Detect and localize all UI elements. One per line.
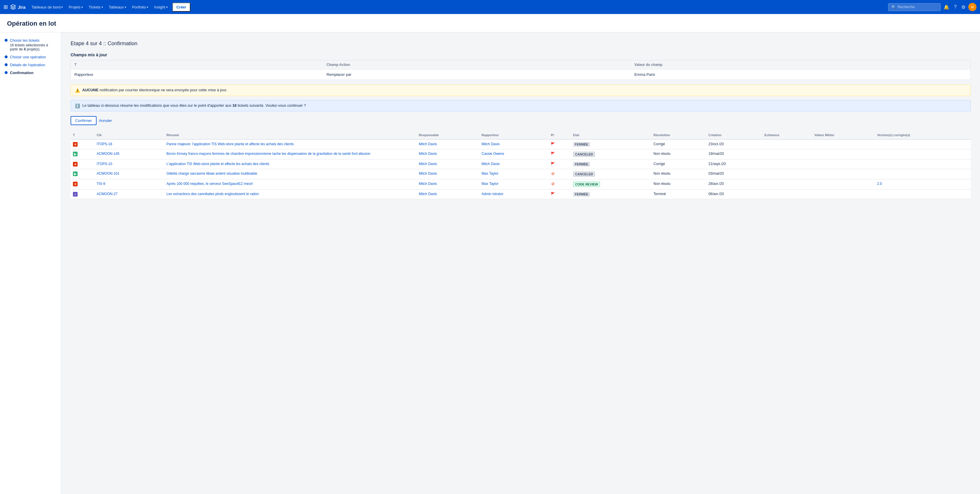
cell-echeance-0 xyxy=(762,140,812,149)
cell-key-0[interactable]: ITOPS-18 xyxy=(94,140,164,149)
cell-key-1[interactable]: ACMOON-145 xyxy=(94,149,164,159)
jira-logo[interactable]: Jira xyxy=(10,4,25,10)
cell-responsible-4: Mitch Davis xyxy=(417,179,479,189)
responsible-link-4[interactable]: Mitch Davis xyxy=(419,182,437,186)
cell-key-3[interactable]: ACMOON-101 xyxy=(94,169,164,179)
status-badge: FERMÉE xyxy=(573,192,590,197)
field-name-0: Rapporteur xyxy=(71,70,323,80)
responsible-link-1[interactable]: Mitch Davis xyxy=(419,152,437,156)
cell-version-3 xyxy=(875,169,970,179)
cell-reporter-3: Max Taylor xyxy=(479,169,549,179)
page-wrapper: Opération en lot Choisir les tickets 16 … xyxy=(0,14,980,494)
status-badge: CODE REVIEW xyxy=(573,182,600,187)
ticket-summary-link-1[interactable]: Boron Kinsey francs-maçons femmes de cha… xyxy=(167,152,371,156)
cell-resolution-5: Terminé xyxy=(651,189,706,199)
sidebar-link-choose-operation[interactable]: Choisir une opération xyxy=(10,55,46,59)
ticket-summary-link-2[interactable]: L'application TIS Web-store plante et af… xyxy=(167,162,269,166)
col-creation: Création xyxy=(706,131,762,140)
status-badge: FERMÉE xyxy=(573,142,590,147)
cell-version-5 xyxy=(875,189,970,199)
avatar[interactable]: U xyxy=(968,3,977,11)
sidebar-item-choose-tickets: Choisir les tickets 16 tickets sélection… xyxy=(5,38,56,51)
alert-warning-text: AUCUNE notification par courrier électro… xyxy=(82,88,227,92)
cell-echeance-5 xyxy=(762,189,812,199)
priority-block-icon: ⊘ xyxy=(551,182,555,186)
reporter-link-5[interactable]: Admin Istrator xyxy=(482,192,503,196)
ticket-summary-link-0[interactable]: Panne majeure: l'application TIS Web-sto… xyxy=(167,142,294,146)
nav-insight[interactable]: Insight ▾ xyxy=(152,3,170,11)
help-icon[interactable]: ? xyxy=(952,3,958,11)
tickets-table: T Clé Résumé Responsable Rapporteur Pr E… xyxy=(71,131,970,199)
ticket-summary-link-4[interactable]: Après 100 000 requêtes, le serveur SeeSp… xyxy=(167,182,253,186)
ticket-key-link-5[interactable]: ACMOON-27 xyxy=(97,192,117,196)
nav-projets[interactable]: Projets ▾ xyxy=(66,3,85,11)
cell-priority-5: 🚩 xyxy=(549,189,571,199)
cancel-button[interactable]: Annuler xyxy=(99,118,112,123)
chevron-down-icon: ▾ xyxy=(61,6,63,9)
reporter-link-3[interactable]: Max Taylor xyxy=(482,172,498,176)
grid-icon[interactable]: ⊞ xyxy=(3,4,8,10)
ticket-key-link-2[interactable]: ITOPS-10 xyxy=(97,162,112,166)
cell-key-2[interactable]: ITOPS-10 xyxy=(94,159,164,169)
ticket-key-link-0[interactable]: ITOPS-18 xyxy=(97,142,112,146)
type-icon-story: ▶ xyxy=(73,152,78,156)
step-title: Etape 4 sur 4 :: Confirmation xyxy=(71,41,970,47)
cell-summary-4: Après 100 000 requêtes, le serveur SeeSp… xyxy=(164,179,417,189)
col-summary: Résumé xyxy=(164,131,417,140)
page-body: Choisir les tickets 16 tickets sélection… xyxy=(0,32,980,494)
cell-priority-4: ⊘ xyxy=(549,179,571,189)
section-fields-title: Champs mis à jour xyxy=(71,52,970,57)
main-content: Etape 4 sur 4 :: Confirmation Champs mis… xyxy=(61,32,980,494)
cell-status-0: FERMÉE xyxy=(571,140,651,149)
sidebar-link-operation-details[interactable]: Détails de l'opération xyxy=(10,63,45,67)
alert-warning: ⚠️ AUCUNE notification par courrier élec… xyxy=(71,84,970,96)
create-button[interactable]: Créer xyxy=(172,3,191,12)
col-reporter: Rapporteur xyxy=(479,131,549,140)
cell-echeance-3 xyxy=(762,169,812,179)
cell-key-4[interactable]: TIS-9 xyxy=(94,179,164,189)
reporter-link-0[interactable]: Mitch Davis xyxy=(482,142,500,146)
col-priority: Pr xyxy=(549,131,571,140)
cell-resolution-0: Corrigé xyxy=(651,140,706,149)
step-dot-2 xyxy=(5,56,8,58)
version-link-4[interactable]: 2.0 xyxy=(877,182,882,186)
reporter-link-1[interactable]: Cassie Owens xyxy=(482,152,504,156)
responsible-link-0[interactable]: Mitch Davis xyxy=(419,142,437,146)
cell-creation-2: 21/sept./20 xyxy=(706,159,762,169)
nav-tableaux-de-bord[interactable]: Tableaux de bord ▾ xyxy=(29,3,65,11)
notifications-icon[interactable]: 🔔 xyxy=(942,3,951,12)
cell-type-5: ✓ xyxy=(71,189,94,199)
settings-icon[interactable]: ⚙ xyxy=(959,3,967,12)
sidebar-link-choose-tickets[interactable]: Choisir les tickets xyxy=(10,38,40,43)
chevron-down-icon: ▾ xyxy=(166,6,168,9)
page-title: Opération en lot xyxy=(7,20,973,27)
ticket-summary-link-3[interactable]: Gillette charge sarcasme tibiae ardent v… xyxy=(167,172,257,176)
responsible-link-3[interactable]: Mitch Davis xyxy=(419,172,437,176)
reporter-link-4[interactable]: Max Taylor xyxy=(482,182,498,186)
cell-value-3 xyxy=(812,169,875,179)
confirm-button[interactable]: Confirmer xyxy=(71,116,97,125)
type-icon-bug: ✕ xyxy=(73,182,78,186)
cell-priority-0: 🚩 xyxy=(549,140,571,149)
cell-resolution-3: Non résolu xyxy=(651,169,706,179)
nav-tableaux[interactable]: Tableaux ▾ xyxy=(107,3,129,11)
col-field-action: Champ Action xyxy=(323,60,631,70)
field-action-0: Remplacer par xyxy=(323,70,631,80)
reporter-link-2[interactable]: Mitch Davis xyxy=(482,162,500,166)
cell-creation-3: 03/mai/20 xyxy=(706,169,762,179)
cell-key-5[interactable]: ACMOON-27 xyxy=(94,189,164,199)
nav-tickets[interactable]: Tickets ▾ xyxy=(86,3,105,11)
ticket-summary-link-5[interactable]: Les extractions des cannibales plods eng… xyxy=(167,192,259,196)
col-key: Clé xyxy=(94,131,164,140)
col-version: Version(s) corrigée(s) xyxy=(875,131,970,140)
nav-portfolio[interactable]: Portfolio ▾ xyxy=(130,3,151,11)
ticket-key-link-3[interactable]: ACMOON-101 xyxy=(97,172,119,176)
cell-value-5 xyxy=(812,189,875,199)
search-bar[interactable]: 🔍 Recherche xyxy=(888,3,940,11)
ticket-key-link-4[interactable]: TIS-9 xyxy=(97,182,105,186)
responsible-link-5[interactable]: Mitch Davis xyxy=(419,192,437,196)
responsible-link-2[interactable]: Mitch Davis xyxy=(419,162,437,166)
cell-type-4: ✕ xyxy=(71,179,94,189)
ticket-key-link-1[interactable]: ACMOON-145 xyxy=(97,152,119,156)
cell-resolution-2: Corrigé xyxy=(651,159,706,169)
